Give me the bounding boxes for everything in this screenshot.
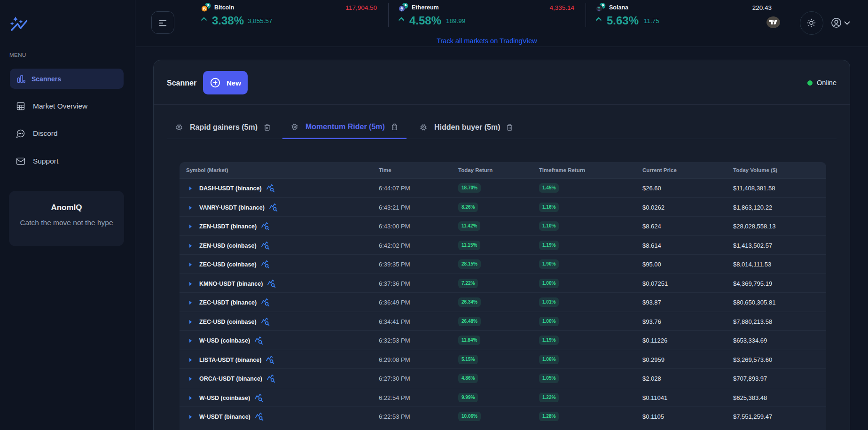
svg-text:B: B (203, 6, 206, 11)
